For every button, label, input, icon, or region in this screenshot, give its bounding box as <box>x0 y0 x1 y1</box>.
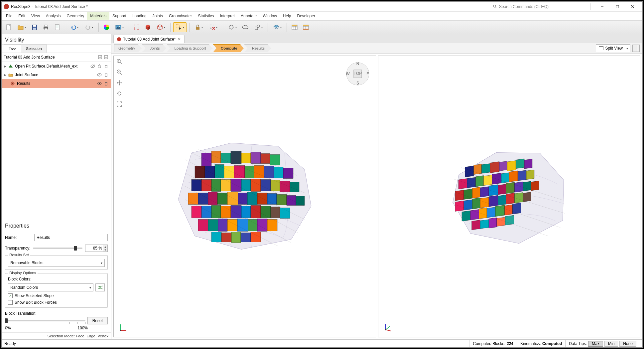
workflow-step-geometry[interactable]: Geometry <box>114 44 142 52</box>
menu-joints[interactable]: Joints <box>150 12 166 20</box>
delete-icon[interactable] <box>103 63 109 69</box>
fit-icon[interactable] <box>116 100 123 108</box>
lasso-button[interactable]: ▾ <box>226 22 239 32</box>
cursor-select-button[interactable]: ▾ <box>173 22 187 32</box>
menu-developer[interactable]: Developer <box>294 12 319 20</box>
tree-item-open-pit-surface[interactable]: ▸ Open Pit Surface.Default.Mesh_ext <box>2 62 111 71</box>
menu-groundwater[interactable]: Groundwater <box>166 12 195 20</box>
minimize-button[interactable] <box>594 2 610 12</box>
document-button[interactable] <box>52 22 62 32</box>
redo-button[interactable]: ▾ <box>82 22 96 32</box>
workflow-step-joints[interactable]: Joints <box>142 44 166 52</box>
zoom-in-icon[interactable] <box>116 58 123 65</box>
menu-geometry[interactable]: Geometry <box>64 12 87 20</box>
maximize-viewport-button[interactable] <box>632 45 640 52</box>
table2-button[interactable] <box>301 22 311 32</box>
menu-help[interactable]: Help <box>280 12 294 20</box>
undo-button[interactable]: ▾ <box>68 22 81 32</box>
table1-button[interactable] <box>290 22 300 32</box>
results-set-select[interactable]: Removable Blocks <box>8 259 105 267</box>
show-bolt-checkbox[interactable]: Show Bolt Block Forces <box>8 300 105 305</box>
close-button[interactable] <box>625 2 640 12</box>
tab-tree[interactable]: Tree <box>4 45 21 53</box>
zoom-out-icon[interactable] <box>116 69 123 76</box>
svg-rect-134 <box>241 206 251 218</box>
spinner-up[interactable]: ▲ <box>103 245 107 248</box>
menu-materials[interactable]: Materials <box>87 12 109 20</box>
workflow-step-results[interactable]: Results <box>244 44 271 52</box>
svg-rect-117 <box>188 193 198 204</box>
transparency-slider[interactable] <box>33 248 82 249</box>
svg-rect-123 <box>247 192 257 205</box>
color-wheel-button[interactable] <box>101 22 111 32</box>
split-view-select[interactable]: Split View <box>596 44 630 52</box>
menu-analysis[interactable]: Analysis <box>43 12 64 20</box>
cloud-button[interactable] <box>240 22 250 32</box>
menu-file[interactable]: File <box>3 12 15 20</box>
rotate-icon[interactable] <box>116 90 123 97</box>
menu-annotate[interactable]: Annotate <box>238 12 260 20</box>
tab-selection[interactable]: Selection <box>21 45 47 53</box>
menu-support[interactable]: Support <box>109 12 129 20</box>
shuffle-colors-button[interactable] <box>95 283 105 291</box>
data-tips-max-button[interactable]: Max <box>588 341 603 347</box>
collapse-all-button[interactable] <box>103 54 109 60</box>
delete-icon[interactable] <box>103 81 109 87</box>
menu-interpret[interactable]: Interpret <box>217 12 238 20</box>
svg-rect-161 <box>465 166 474 177</box>
split-view-icon <box>599 46 603 50</box>
viewport-right[interactable] <box>378 56 641 337</box>
layers-button[interactable]: ▾ <box>271 22 284 32</box>
expand-icon[interactable]: ▸ <box>3 73 8 77</box>
open-button[interactable]: ▾ <box>15 22 28 32</box>
block-colors-select[interactable]: Random Colors <box>8 283 93 291</box>
show-socketed-checkbox[interactable]: ✓ Show Socketed Slope <box>8 293 105 298</box>
image-button[interactable]: ▾ <box>113 22 126 32</box>
menu-statistics[interactable]: Statistics <box>195 12 217 20</box>
name-input[interactable] <box>34 234 108 241</box>
delete-icon[interactable] <box>103 72 109 78</box>
rect-select-button[interactable] <box>132 22 142 32</box>
close-tab-icon[interactable]: ✕ <box>178 37 181 42</box>
pan-icon[interactable] <box>116 79 123 87</box>
visibility-toggle-icon[interactable] <box>96 72 102 78</box>
tree-item-results[interactable]: Results <box>2 79 111 88</box>
lock-icon[interactable] <box>96 63 102 69</box>
lock-icon <box>195 24 201 30</box>
visibility-toggle-icon[interactable] <box>96 81 102 87</box>
deselect-button[interactable]: ▾ <box>207 22 220 32</box>
svg-rect-185 <box>515 182 523 192</box>
workflow-step-compute[interactable]: Compute <box>213 44 244 52</box>
view-compass[interactable]: N S E W TOP <box>344 61 371 87</box>
spinner-down[interactable]: ▼ <box>103 248 107 252</box>
data-tips-none-button[interactable]: None <box>619 341 636 347</box>
block-translation-slider[interactable] <box>5 320 85 321</box>
lock-button[interactable]: ▾ <box>192 22 205 32</box>
viewport-left[interactable]: N S E W TOP <box>113 56 376 337</box>
maximize-button[interactable] <box>610 2 625 12</box>
menu-window[interactable]: Window <box>260 12 280 20</box>
tree-item-joint-surface[interactable]: ▸ Joint Surface <box>2 71 111 79</box>
command-search-input[interactable]: Search Commands (Ctrl+Q) <box>491 3 590 10</box>
expand-icon[interactable]: ▸ <box>3 64 8 69</box>
document-tab[interactable]: Tutorial 03 Add Joint Surface* ✕ <box>113 35 185 43</box>
data-tips-min-button[interactable]: Min <box>604 341 618 347</box>
shapes-button[interactable]: ▾ <box>252 22 265 32</box>
svg-rect-170 <box>467 177 476 188</box>
visibility-toggle-icon[interactable] <box>90 63 96 69</box>
menu-view[interactable]: View <box>28 12 43 20</box>
save-button[interactable] <box>30 22 40 32</box>
undo-icon <box>70 24 76 30</box>
expand-all-button[interactable] <box>97 54 103 60</box>
cube-wire-button[interactable]: ▾ <box>154 22 168 32</box>
svg-rect-115 <box>280 181 290 192</box>
reset-button[interactable]: Reset <box>87 317 108 324</box>
workflow-step-loading-support[interactable]: Loading & Support <box>167 44 212 52</box>
cube-solid-button[interactable] <box>143 22 153 32</box>
print-button[interactable] <box>41 22 51 32</box>
menu-edit[interactable]: Edit <box>15 12 28 20</box>
menu-loading[interactable]: Loading <box>129 12 150 20</box>
transparency-spinner[interactable]: 85 % ▲▼ <box>85 245 108 252</box>
marquee-icon <box>133 24 140 31</box>
new-button[interactable] <box>4 22 14 32</box>
